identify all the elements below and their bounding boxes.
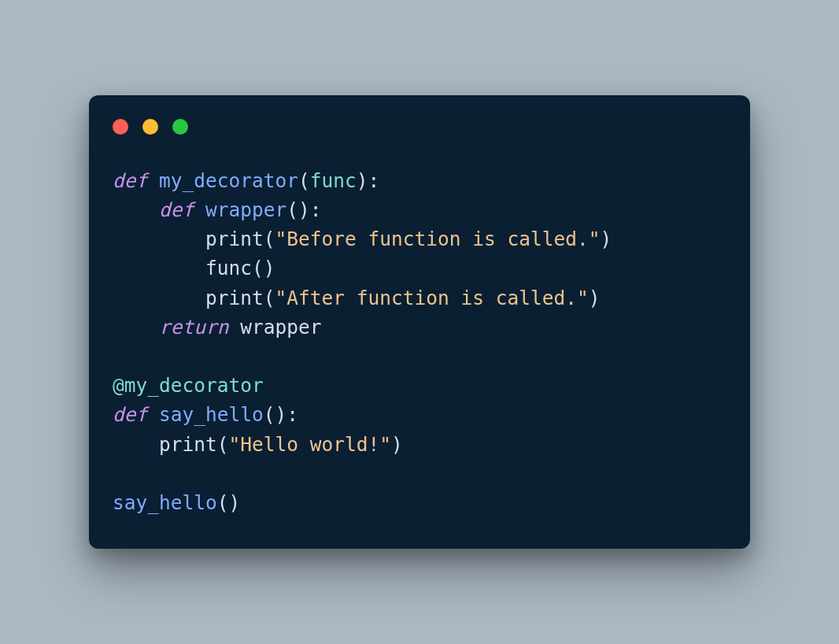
call-say-hello: say_hello	[113, 491, 217, 514]
string-before: "Before function is called."	[275, 228, 601, 250]
string-after: "After function is called."	[275, 287, 589, 309]
call-print: print	[205, 228, 264, 250]
decorator: @my_decorator	[113, 374, 264, 397]
keyword-def: def	[113, 403, 147, 426]
maximize-icon[interactable]	[172, 119, 188, 135]
return-wrapper: wrapper	[240, 316, 321, 339]
keyword-def: def	[159, 198, 194, 221]
keyword-return: return	[159, 316, 229, 339]
call-func: func	[205, 257, 252, 279]
param-func: func	[310, 169, 357, 192]
code-block: def my_decorator(func): def wrapper(): p…	[113, 166, 726, 518]
call-print: print	[159, 433, 217, 456]
minimize-icon[interactable]	[142, 119, 158, 135]
window-controls	[113, 119, 726, 135]
call-print: print	[205, 287, 264, 309]
fn-wrapper: wrapper	[205, 198, 286, 221]
string-hello: "Hello world!"	[229, 433, 392, 456]
keyword-def: def	[113, 169, 147, 192]
fn-say-hello: say_hello	[159, 403, 264, 426]
code-window: def my_decorator(func): def wrapper(): p…	[89, 95, 750, 550]
close-icon[interactable]	[113, 119, 128, 135]
fn-my-decorator: my_decorator	[159, 169, 298, 192]
